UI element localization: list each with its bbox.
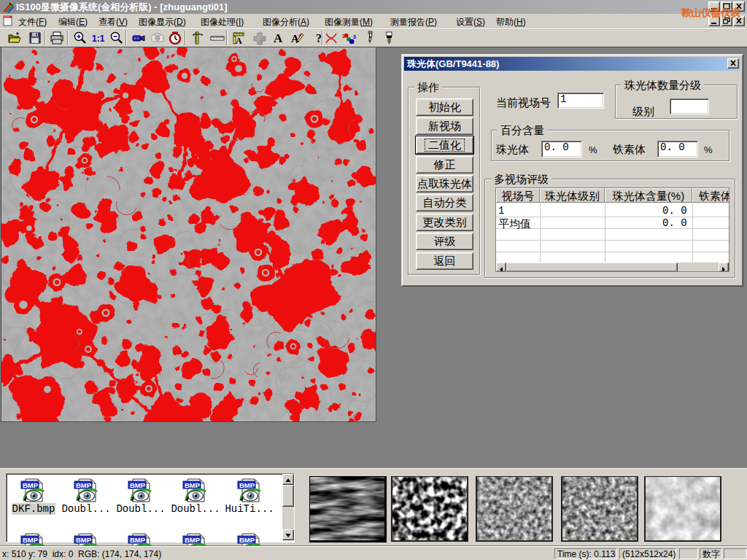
svg-text:BMP: BMP [185,536,201,544]
svg-text:3: 3 [353,34,356,40]
svg-text:BMP: BMP [239,536,255,544]
svg-text:?: ? [316,32,322,44]
svg-text:A: A [236,36,242,45]
svg-text:BMP: BMP [76,536,92,544]
svg-text:BMP: BMP [76,481,92,489]
svg-text:DOC: DOC [4,16,10,19]
svg-text:BMP: BMP [185,481,201,489]
svg-text:BMP: BMP [239,481,255,489]
svg-text:BMP: BMP [130,536,146,544]
svg-text:BMP: BMP [130,481,146,489]
svg-text:A: A [274,31,283,45]
svg-text:1:1: 1:1 [92,34,105,44]
svg-text:BMP: BMP [23,481,39,489]
svg-text:BMP: BMP [23,536,39,544]
svg-text:A: A [291,33,299,44]
